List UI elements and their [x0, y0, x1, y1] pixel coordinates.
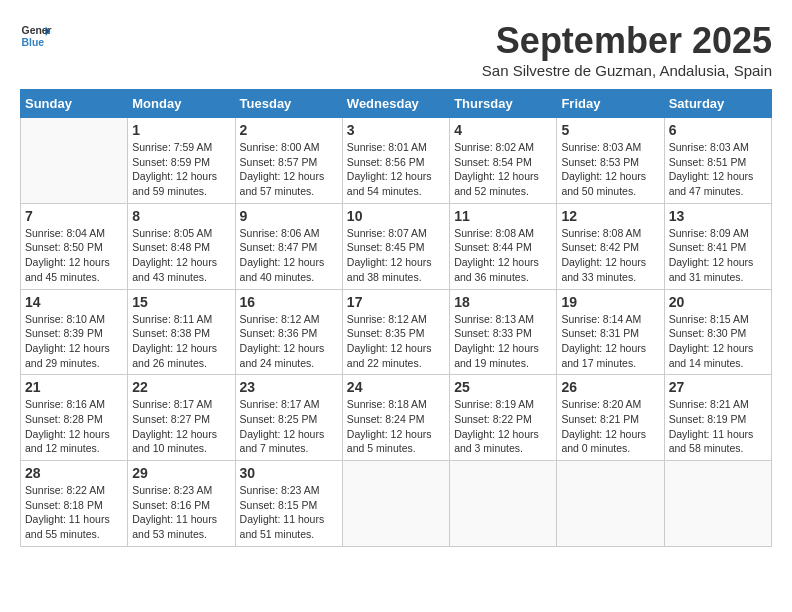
calendar-cell: 14Sunrise: 8:10 AM Sunset: 8:39 PM Dayli… — [21, 289, 128, 375]
day-number: 9 — [240, 208, 338, 224]
weekday-header-cell: Saturday — [664, 90, 771, 118]
day-info: Sunrise: 8:17 AM Sunset: 8:27 PM Dayligh… — [132, 397, 230, 456]
calendar-cell: 15Sunrise: 8:11 AM Sunset: 8:38 PM Dayli… — [128, 289, 235, 375]
day-info: Sunrise: 8:03 AM Sunset: 8:51 PM Dayligh… — [669, 140, 767, 199]
calendar-cell: 21Sunrise: 8:16 AM Sunset: 8:28 PM Dayli… — [21, 375, 128, 461]
day-info: Sunrise: 8:17 AM Sunset: 8:25 PM Dayligh… — [240, 397, 338, 456]
day-info: Sunrise: 8:10 AM Sunset: 8:39 PM Dayligh… — [25, 312, 123, 371]
calendar-cell: 26Sunrise: 8:20 AM Sunset: 8:21 PM Dayli… — [557, 375, 664, 461]
location-title: San Silvestre de Guzman, Andalusia, Spai… — [482, 62, 772, 79]
day-number: 7 — [25, 208, 123, 224]
calendar-week-row: 7Sunrise: 8:04 AM Sunset: 8:50 PM Daylig… — [21, 203, 772, 289]
calendar-cell: 16Sunrise: 8:12 AM Sunset: 8:36 PM Dayli… — [235, 289, 342, 375]
day-number: 3 — [347, 122, 445, 138]
day-info: Sunrise: 8:12 AM Sunset: 8:36 PM Dayligh… — [240, 312, 338, 371]
day-number: 10 — [347, 208, 445, 224]
day-info: Sunrise: 8:09 AM Sunset: 8:41 PM Dayligh… — [669, 226, 767, 285]
calendar-cell: 22Sunrise: 8:17 AM Sunset: 8:27 PM Dayli… — [128, 375, 235, 461]
day-info: Sunrise: 8:22 AM Sunset: 8:18 PM Dayligh… — [25, 483, 123, 542]
day-info: Sunrise: 8:23 AM Sunset: 8:16 PM Dayligh… — [132, 483, 230, 542]
calendar-week-row: 14Sunrise: 8:10 AM Sunset: 8:39 PM Dayli… — [21, 289, 772, 375]
day-info: Sunrise: 8:21 AM Sunset: 8:19 PM Dayligh… — [669, 397, 767, 456]
weekday-header-cell: Friday — [557, 90, 664, 118]
month-title: September 2025 — [482, 20, 772, 62]
day-number: 12 — [561, 208, 659, 224]
day-info: Sunrise: 8:06 AM Sunset: 8:47 PM Dayligh… — [240, 226, 338, 285]
weekday-header-row: SundayMondayTuesdayWednesdayThursdayFrid… — [21, 90, 772, 118]
day-number: 30 — [240, 465, 338, 481]
calendar-table: SundayMondayTuesdayWednesdayThursdayFrid… — [20, 89, 772, 547]
day-info: Sunrise: 8:18 AM Sunset: 8:24 PM Dayligh… — [347, 397, 445, 456]
day-info: Sunrise: 8:13 AM Sunset: 8:33 PM Dayligh… — [454, 312, 552, 371]
day-number: 16 — [240, 294, 338, 310]
day-number: 17 — [347, 294, 445, 310]
calendar-cell — [342, 461, 449, 547]
day-info: Sunrise: 8:01 AM Sunset: 8:56 PM Dayligh… — [347, 140, 445, 199]
day-number: 2 — [240, 122, 338, 138]
calendar-cell: 10Sunrise: 8:07 AM Sunset: 8:45 PM Dayli… — [342, 203, 449, 289]
calendar-cell: 18Sunrise: 8:13 AM Sunset: 8:33 PM Dayli… — [450, 289, 557, 375]
day-info: Sunrise: 8:19 AM Sunset: 8:22 PM Dayligh… — [454, 397, 552, 456]
day-number: 14 — [25, 294, 123, 310]
day-number: 25 — [454, 379, 552, 395]
day-number: 24 — [347, 379, 445, 395]
day-number: 26 — [561, 379, 659, 395]
calendar-week-row: 28Sunrise: 8:22 AM Sunset: 8:18 PM Dayli… — [21, 461, 772, 547]
day-number: 29 — [132, 465, 230, 481]
day-number: 13 — [669, 208, 767, 224]
calendar-cell — [21, 118, 128, 204]
weekday-header-cell: Monday — [128, 90, 235, 118]
day-number: 1 — [132, 122, 230, 138]
calendar-cell: 30Sunrise: 8:23 AM Sunset: 8:15 PM Dayli… — [235, 461, 342, 547]
calendar-cell: 11Sunrise: 8:08 AM Sunset: 8:44 PM Dayli… — [450, 203, 557, 289]
calendar-cell — [664, 461, 771, 547]
calendar-cell: 23Sunrise: 8:17 AM Sunset: 8:25 PM Dayli… — [235, 375, 342, 461]
day-number: 19 — [561, 294, 659, 310]
day-info: Sunrise: 8:07 AM Sunset: 8:45 PM Dayligh… — [347, 226, 445, 285]
day-number: 22 — [132, 379, 230, 395]
calendar-cell: 28Sunrise: 8:22 AM Sunset: 8:18 PM Dayli… — [21, 461, 128, 547]
day-number: 6 — [669, 122, 767, 138]
calendar-cell: 19Sunrise: 8:14 AM Sunset: 8:31 PM Dayli… — [557, 289, 664, 375]
calendar-cell: 24Sunrise: 8:18 AM Sunset: 8:24 PM Dayli… — [342, 375, 449, 461]
day-number: 28 — [25, 465, 123, 481]
day-info: Sunrise: 8:20 AM Sunset: 8:21 PM Dayligh… — [561, 397, 659, 456]
calendar-cell: 9Sunrise: 8:06 AM Sunset: 8:47 PM Daylig… — [235, 203, 342, 289]
title-block: September 2025 San Silvestre de Guzman, … — [482, 20, 772, 79]
weekday-header-cell: Tuesday — [235, 90, 342, 118]
weekday-header-cell: Sunday — [21, 90, 128, 118]
day-number: 11 — [454, 208, 552, 224]
day-info: Sunrise: 8:11 AM Sunset: 8:38 PM Dayligh… — [132, 312, 230, 371]
calendar-cell: 13Sunrise: 8:09 AM Sunset: 8:41 PM Dayli… — [664, 203, 771, 289]
day-info: Sunrise: 8:16 AM Sunset: 8:28 PM Dayligh… — [25, 397, 123, 456]
logo-icon: General Blue — [20, 20, 52, 52]
page-header: General Blue September 2025 San Silvestr… — [20, 20, 772, 79]
calendar-cell: 6Sunrise: 8:03 AM Sunset: 8:51 PM Daylig… — [664, 118, 771, 204]
day-number: 20 — [669, 294, 767, 310]
day-info: Sunrise: 8:03 AM Sunset: 8:53 PM Dayligh… — [561, 140, 659, 199]
day-info: Sunrise: 8:04 AM Sunset: 8:50 PM Dayligh… — [25, 226, 123, 285]
calendar-cell — [557, 461, 664, 547]
calendar-cell: 5Sunrise: 8:03 AM Sunset: 8:53 PM Daylig… — [557, 118, 664, 204]
calendar-cell: 8Sunrise: 8:05 AM Sunset: 8:48 PM Daylig… — [128, 203, 235, 289]
calendar-cell: 17Sunrise: 8:12 AM Sunset: 8:35 PM Dayli… — [342, 289, 449, 375]
calendar-cell: 12Sunrise: 8:08 AM Sunset: 8:42 PM Dayli… — [557, 203, 664, 289]
weekday-header-cell: Thursday — [450, 90, 557, 118]
day-info: Sunrise: 7:59 AM Sunset: 8:59 PM Dayligh… — [132, 140, 230, 199]
calendar-body: 1Sunrise: 7:59 AM Sunset: 8:59 PM Daylig… — [21, 118, 772, 547]
day-number: 23 — [240, 379, 338, 395]
day-number: 15 — [132, 294, 230, 310]
calendar-cell: 27Sunrise: 8:21 AM Sunset: 8:19 PM Dayli… — [664, 375, 771, 461]
day-info: Sunrise: 8:08 AM Sunset: 8:44 PM Dayligh… — [454, 226, 552, 285]
calendar-cell: 20Sunrise: 8:15 AM Sunset: 8:30 PM Dayli… — [664, 289, 771, 375]
day-info: Sunrise: 8:23 AM Sunset: 8:15 PM Dayligh… — [240, 483, 338, 542]
calendar-cell — [450, 461, 557, 547]
calendar-cell: 25Sunrise: 8:19 AM Sunset: 8:22 PM Dayli… — [450, 375, 557, 461]
calendar-cell: 2Sunrise: 8:00 AM Sunset: 8:57 PM Daylig… — [235, 118, 342, 204]
calendar-week-row: 1Sunrise: 7:59 AM Sunset: 8:59 PM Daylig… — [21, 118, 772, 204]
day-number: 18 — [454, 294, 552, 310]
day-info: Sunrise: 8:08 AM Sunset: 8:42 PM Dayligh… — [561, 226, 659, 285]
svg-text:Blue: Blue — [22, 37, 45, 48]
logo: General Blue — [20, 20, 52, 52]
day-number: 8 — [132, 208, 230, 224]
